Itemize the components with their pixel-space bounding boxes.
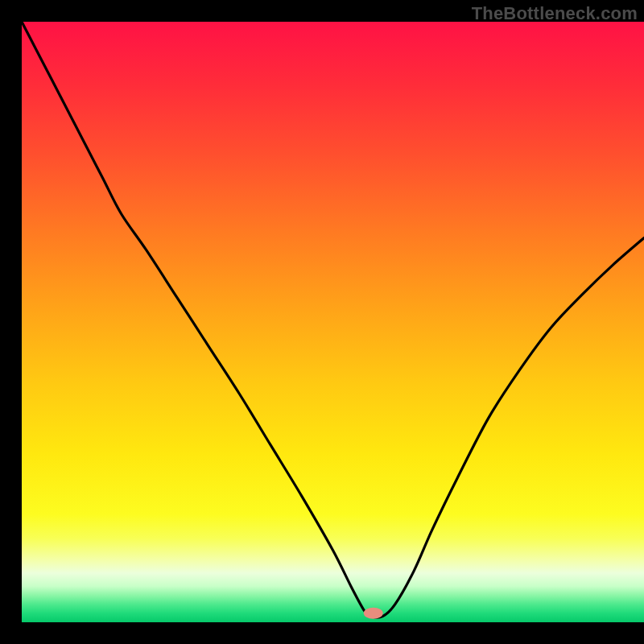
frame-bottom xyxy=(0,622,644,644)
frame-left xyxy=(0,0,22,644)
plot-area xyxy=(22,22,644,622)
watermark-text: TheBottleneck.com xyxy=(472,3,638,24)
optimal-point-marker xyxy=(364,608,383,619)
app-root: TheBottleneck.com xyxy=(0,0,644,644)
bottleneck-chart xyxy=(0,0,644,644)
